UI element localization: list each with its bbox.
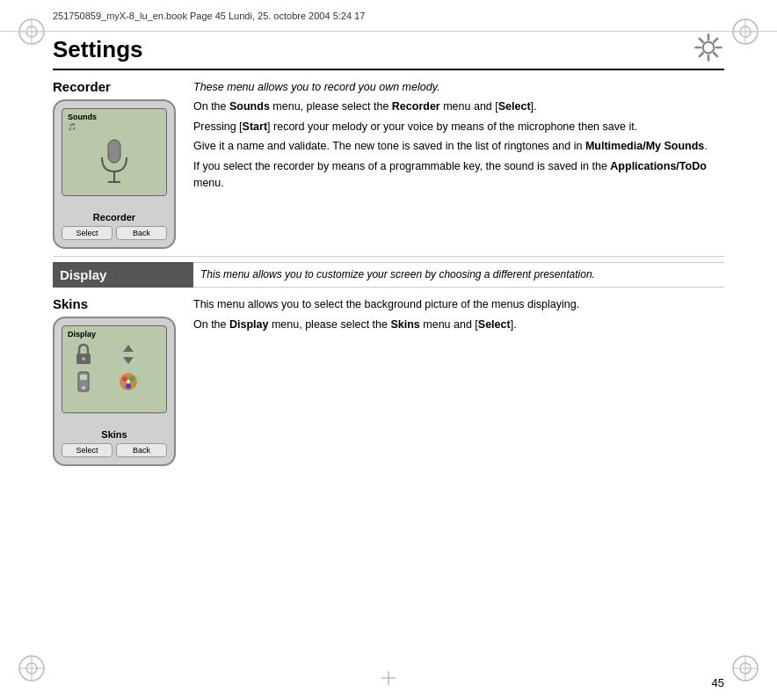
- recorder-title: Recorder: [53, 79, 185, 94]
- sounds-bold: Sounds: [229, 100, 270, 113]
- svg-rect-25: [108, 140, 120, 163]
- recorder-phone-mockup: Sounds 🎵: [53, 99, 176, 249]
- display-bold: Display: [229, 318, 268, 331]
- svg-point-29: [82, 357, 85, 361]
- skins-section-left: Skins Display: [53, 296, 193, 466]
- skins-section: Skins Display: [53, 296, 724, 466]
- svg-point-16: [703, 42, 715, 54]
- lock-skin-icon: [71, 342, 96, 367]
- phone-skin-icon: [71, 369, 96, 394]
- page-title-bar: Settings: [53, 32, 724, 70]
- palette-skin-icon: [116, 369, 141, 394]
- arrows-skin-icon: [116, 342, 141, 367]
- select-bold-2: Select: [478, 318, 511, 331]
- recorder-phone-label: Recorder: [54, 212, 174, 222]
- header-bar: 251750859_myX-8_lu_en.book Page 45 Lundi…: [0, 0, 777, 32]
- sounds-screen-title: Sounds: [68, 113, 161, 121]
- skins-screen-title: Display: [68, 330, 161, 339]
- skins-icons-grid: [68, 342, 161, 394]
- corner-marker-bl: [16, 653, 47, 684]
- svg-marker-30: [123, 345, 134, 352]
- skins-title: Skins: [53, 296, 185, 311]
- recorder-desc-4: Give it a name and validate. The new ton…: [193, 138, 724, 155]
- skins-phone-label: Skins: [54, 429, 174, 440]
- svg-point-38: [126, 383, 131, 389]
- bottom-center-cross: [380, 669, 397, 689]
- section-divider-1: [53, 256, 724, 257]
- page-title-text: Settings: [53, 36, 143, 63]
- skins-phone-screen: Display: [62, 325, 167, 413]
- recorder-desc-1: These menu allows you to record you own …: [193, 79, 724, 96]
- svg-point-34: [82, 386, 85, 390]
- start-bold: Start: [243, 120, 267, 133]
- display-label: Display: [53, 262, 193, 288]
- skins-select-btn: Select: [62, 443, 113, 457]
- sounds-screen-content: Sounds 🎵: [62, 109, 166, 190]
- svg-line-22: [714, 53, 717, 56]
- display-section-header: Display This menu allows you to customiz…: [53, 262, 724, 288]
- recorder-select-btn: Select: [62, 226, 113, 240]
- display-description: This menu allows you to customize your s…: [193, 262, 724, 288]
- recorder-bold: Recorder: [392, 100, 440, 113]
- gear-icon: [693, 32, 724, 63]
- multimedia-bold: Multimedia/My Sounds: [585, 140, 704, 152]
- skins-back-btn: Back: [116, 443, 167, 457]
- select-bold-1: Select: [498, 100, 531, 113]
- recorder-section: Recorder Sounds 🎵: [53, 79, 724, 249]
- corner-marker-br: [730, 653, 761, 684]
- skins-screen-content: Display: [62, 326, 166, 397]
- recorder-section-right: These menu allows you to record you own …: [193, 79, 724, 249]
- skins-section-right: This menu allows you to select the backg…: [193, 296, 724, 466]
- skins-bold: Skins: [390, 318, 419, 331]
- recorder-phone-screen: Sounds 🎵: [62, 108, 167, 196]
- svg-marker-31: [123, 357, 134, 364]
- page-content: Settings Recorder Sounds: [53, 32, 724, 665]
- recorder-desc-5: If you select the recorder by means of a…: [193, 158, 724, 193]
- svg-line-24: [700, 53, 703, 56]
- header-text: 251750859_myX-8_lu_en.book Page 45 Lundi…: [53, 11, 365, 21]
- page-number: 45: [712, 676, 724, 689]
- svg-point-37: [129, 376, 134, 382]
- svg-line-23: [714, 39, 717, 42]
- mic-icon: [68, 138, 161, 186]
- recorder-back-btn: Back: [116, 226, 167, 240]
- skins-desc-2: On the Display menu, please select the S…: [193, 317, 724, 333]
- skins-desc-1: This menu allows you to select the backg…: [193, 296, 724, 313]
- recorder-section-left: Recorder Sounds 🎵: [53, 79, 193, 249]
- svg-rect-33: [80, 375, 87, 380]
- recorder-phone-buttons: Select Back: [62, 226, 167, 240]
- svg-point-39: [127, 380, 130, 383]
- skins-phone-mockup: Display: [53, 317, 176, 466]
- recorder-desc-3: Pressing [Start] record your melody or y…: [193, 119, 724, 135]
- applications-bold: Applications/ToDo: [610, 160, 707, 172]
- recorder-desc-2: On the Sounds menu, please select the Re…: [193, 98, 724, 115]
- skins-phone-buttons: Select Back: [62, 443, 167, 457]
- svg-line-21: [700, 39, 703, 42]
- svg-point-36: [122, 376, 127, 382]
